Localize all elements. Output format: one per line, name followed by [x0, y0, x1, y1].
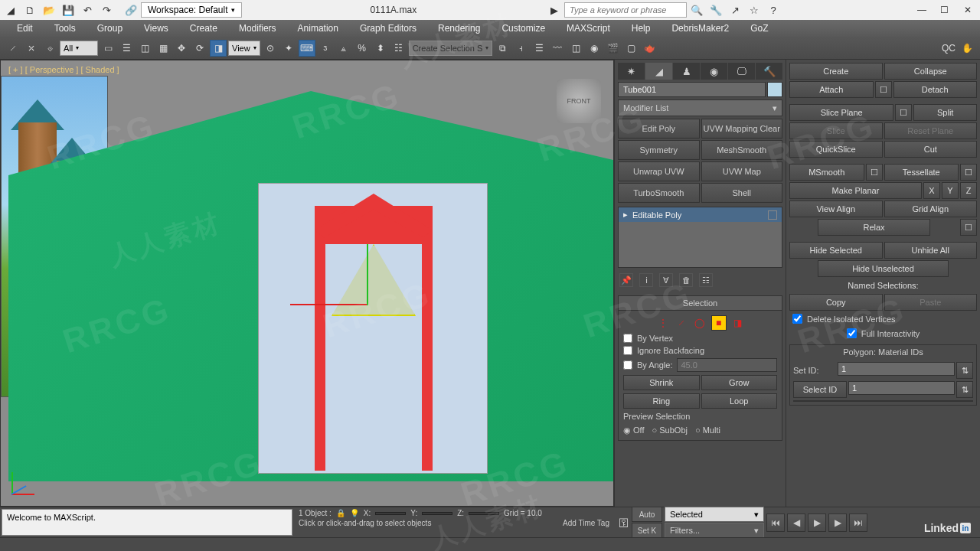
select-scale-icon[interactable]: ◨: [210, 40, 227, 57]
mod-meshsmooth[interactable]: MeshSmooth: [701, 140, 783, 160]
menu-maxscript[interactable]: MAXScript: [556, 20, 621, 37]
coord-z[interactable]: [469, 512, 499, 515]
stack-item-editable-poly[interactable]: ▸ Editable Poly: [619, 207, 782, 222]
use-center-icon[interactable]: ⊙: [262, 40, 279, 57]
keyboard-shortcut-icon[interactable]: ⌨: [299, 40, 315, 57]
layers-icon[interactable]: ☰: [531, 40, 547, 57]
shrink-button[interactable]: Shrink: [623, 375, 700, 390]
select-name-icon[interactable]: ☰: [118, 40, 135, 57]
btn-slice-plane[interactable]: Slice Plane: [789, 104, 893, 121]
loop-button[interactable]: Loop: [701, 393, 778, 409]
btn-relax-settings[interactable]: ☐: [960, 219, 977, 236]
mod-uvw-clear[interactable]: UVW Mapping Clear: [701, 119, 783, 139]
share-icon[interactable]: ↗: [726, 2, 744, 18]
btn-hide-unselected[interactable]: Hide Unselected: [818, 260, 949, 277]
subobj-polygon[interactable]: ■: [711, 315, 727, 331]
object-name-field[interactable]: [618, 82, 766, 97]
object-color-swatch[interactable]: [767, 82, 782, 97]
pin-stack-icon[interactable]: 📌: [619, 273, 633, 287]
tab-utilities[interactable]: 🔨: [756, 63, 782, 80]
chk-full-interactivity[interactable]: Full Interactivity: [789, 327, 977, 340]
save-icon[interactable]: 💾: [59, 2, 77, 18]
window-crossing-icon[interactable]: ▦: [155, 40, 172, 57]
rollout-material-ids[interactable]: Polygon: Material IDs: [790, 345, 976, 359]
named-selection-set[interactable]: Create Selection S: [409, 41, 493, 56]
rollout-header[interactable]: Selection: [619, 296, 782, 311]
set-id-spin-btn[interactable]: ⇅: [956, 362, 973, 379]
select-link-icon[interactable]: ⟋: [5, 40, 21, 57]
key-filters-button[interactable]: Filters...: [665, 523, 764, 538]
new-icon[interactable]: 🗋: [21, 2, 39, 18]
play-icon[interactable]: ▶: [545, 2, 564, 18]
chk-ignore-backfacing[interactable]: Ignore Backfacing: [623, 346, 777, 355]
menu-rendering[interactable]: Rendering: [427, 20, 491, 37]
cursor-icon[interactable]: ✋: [959, 40, 975, 57]
mod-unwrap[interactable]: Unwrap UVW: [618, 161, 700, 181]
menu-debrismaker[interactable]: DebrisMaker2: [661, 20, 740, 37]
app-icon[interactable]: ◢: [2, 2, 20, 18]
manipulate-icon[interactable]: ✦: [280, 40, 297, 57]
help-search-input[interactable]: [564, 2, 687, 18]
menu-modifiers[interactable]: Modifiers: [228, 20, 287, 37]
help-icon[interactable]: ?: [764, 2, 782, 18]
menu-views[interactable]: Views: [133, 20, 179, 37]
spinner-snap-icon[interactable]: ⬍: [372, 40, 389, 57]
qc-label[interactable]: QC: [940, 40, 957, 57]
mod-symmetry[interactable]: Symmetry: [618, 140, 700, 160]
select-rotate-icon[interactable]: ⟳: [191, 40, 208, 57]
btn-hide-selected[interactable]: Hide Selected: [789, 242, 883, 259]
menu-help[interactable]: Help: [621, 20, 662, 37]
btn-msmooth-settings[interactable]: ☐: [866, 164, 883, 181]
btn-create[interactable]: Create: [789, 63, 883, 80]
key-filter-dropdown[interactable]: Selected: [665, 507, 764, 522]
prev-frame-icon[interactable]: ◀: [787, 514, 805, 532]
set-key-button[interactable]: Set K: [632, 523, 662, 538]
btn-attach-settings[interactable]: ☐: [875, 81, 892, 98]
mod-uvwmap[interactable]: UVW Map: [701, 161, 783, 181]
subobj-vertex[interactable]: ⋮: [656, 316, 670, 330]
next-frame-icon[interactable]: ▶: [828, 514, 847, 532]
star-icon[interactable]: ☆: [745, 2, 763, 18]
btn-planar-z[interactable]: Z: [960, 182, 977, 199]
tab-motion[interactable]: ◉: [701, 63, 727, 80]
chk-by-angle[interactable]: By Angle:: [623, 360, 672, 370]
render-icon[interactable]: 🫖: [641, 40, 658, 57]
btn-cut[interactable]: Cut: [884, 141, 978, 158]
selection-filter[interactable]: All: [60, 41, 98, 56]
isolate-icon[interactable]: 💡: [350, 509, 359, 517]
btn-tessellate-settings[interactable]: ☐: [960, 164, 977, 181]
key-icon[interactable]: ⚿: [619, 517, 629, 529]
ring-button[interactable]: Ring: [623, 393, 700, 409]
show-result-icon[interactable]: ⅰ: [639, 273, 653, 287]
gizmo-y-axis[interactable]: [367, 244, 368, 305]
btn-planar-x[interactable]: X: [923, 182, 940, 199]
ref-coord-system[interactable]: View: [228, 41, 260, 56]
material-editor-icon[interactable]: ◉: [586, 40, 603, 57]
btn-attach[interactable]: Attach: [789, 81, 874, 98]
add-time-tag[interactable]: Add Time Tag: [563, 519, 609, 527]
maximize-button[interactable]: ☐: [934, 2, 956, 18]
goto-end-icon[interactable]: ⏭: [849, 514, 867, 532]
btn-view-align[interactable]: View Align: [789, 201, 883, 217]
percent-snap-icon[interactable]: %: [354, 40, 371, 57]
coord-x[interactable]: [375, 512, 406, 515]
edit-named-sel-icon[interactable]: ☷: [390, 40, 407, 57]
maxscript-listener[interactable]: Welcome to MAXScript.: [2, 509, 292, 536]
angle-snap-icon[interactable]: ⟁: [335, 40, 352, 57]
goto-start-icon[interactable]: ⏮: [766, 514, 785, 532]
unlink-icon[interactable]: ⤫: [23, 40, 40, 57]
menu-edit[interactable]: Edit: [6, 20, 44, 37]
btn-planar-y[interactable]: Y: [942, 182, 959, 199]
material-name-field[interactable]: [793, 400, 973, 402]
select-region-icon[interactable]: ◫: [136, 40, 153, 57]
open-icon[interactable]: 📂: [40, 2, 58, 18]
subobj-border[interactable]: ◯: [693, 316, 707, 330]
btn-msmooth[interactable]: MSmooth: [789, 164, 864, 181]
btn-quickslice[interactable]: QuickSlice: [789, 141, 883, 158]
workspace-selector[interactable]: Workspace: Default: [141, 2, 242, 18]
binoculars-icon[interactable]: 🔍: [688, 2, 706, 18]
radio-off[interactable]: ◉ Off: [623, 425, 645, 435]
wrench-icon[interactable]: 🔧: [707, 2, 725, 18]
schematic-icon[interactable]: ◫: [567, 40, 584, 57]
menu-animation[interactable]: Animation: [287, 20, 349, 37]
